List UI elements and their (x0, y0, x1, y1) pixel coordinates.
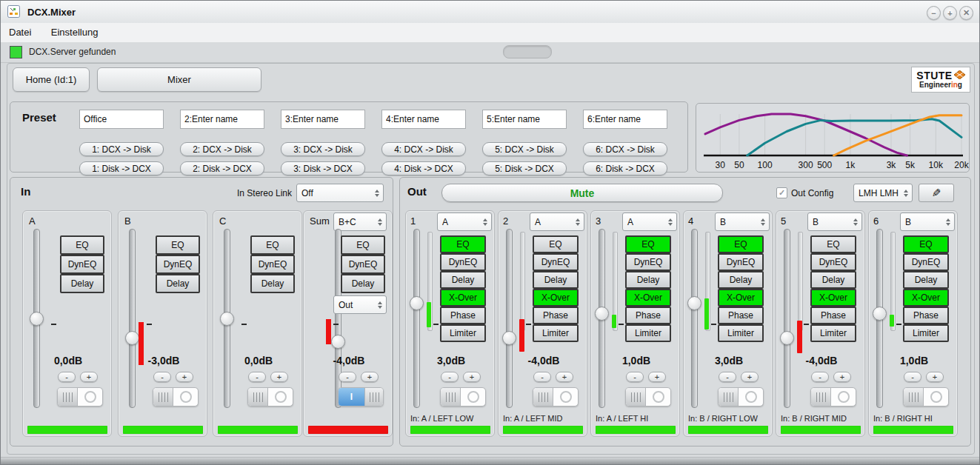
fx-delay-button[interactable]: Delay (156, 274, 200, 293)
fx-dyneq-button[interactable]: DynEQ (718, 253, 764, 271)
preset-dcx-to-disk-button[interactable]: 3: DCX -> Disk (281, 142, 365, 156)
preset-dcx-to-disk-button[interactable]: 5: DCX -> Disk (482, 142, 567, 156)
fx-xover-button[interactable]: X-Over (533, 289, 579, 307)
fx-eq-button[interactable]: EQ (156, 235, 200, 255)
gain-increment-button[interactable]: + (80, 372, 98, 382)
fx-limiter-button[interactable]: Limiter (440, 324, 486, 342)
gain-decrement-button[interactable]: - (339, 372, 356, 382)
preset-dcx-to-disk-button[interactable]: 1: DCX -> Disk (79, 142, 164, 156)
fx-eq-button[interactable]: EQ (718, 235, 764, 253)
preset-disk-to-dcx-button[interactable]: 6: Disk -> DCX (583, 161, 667, 175)
fx-limiter-button[interactable]: Limiter (903, 324, 949, 342)
gain-increment-button[interactable]: + (926, 372, 944, 382)
gain-increment-button[interactable]: + (270, 372, 288, 382)
mute-toggle[interactable] (533, 387, 579, 407)
master-mute-button[interactable]: Mute (441, 184, 723, 202)
edit-config-button[interactable]: ✎ (919, 184, 954, 202)
fx-delay-button[interactable]: Delay (718, 271, 764, 289)
gain-decrement-button[interactable]: - (153, 372, 171, 382)
gain-decrement-button[interactable]: - (719, 372, 736, 382)
gain-fader-thumb[interactable] (780, 331, 794, 345)
minimize-button[interactable]: − (927, 6, 941, 20)
close-button[interactable]: ✕ (959, 6, 973, 20)
preset-disk-to-dcx-button[interactable]: 4: Disk -> DCX (381, 161, 466, 175)
out-config-select[interactable]: LMH LMH (853, 184, 913, 202)
preset-disk-to-dcx-button[interactable]: 5: Disk -> DCX (482, 161, 567, 175)
preset-name-input[interactable] (381, 110, 466, 129)
fx-dyneq-button[interactable]: DynEQ (810, 253, 856, 271)
gain-fader-thumb[interactable] (873, 307, 887, 321)
fx-xover-button[interactable]: X-Over (625, 289, 671, 307)
fx-limiter-button[interactable]: Limiter (533, 324, 579, 342)
fx-phase-button[interactable]: Phase (718, 307, 764, 324)
fx-delay-button[interactable]: Delay (903, 271, 949, 289)
preset-disk-to-dcx-button[interactable]: 3: Disk -> DCX (281, 161, 365, 175)
sum-route-select[interactable]: Out (333, 295, 387, 314)
mute-toggle[interactable]: I (338, 387, 384, 407)
gain-fader-thumb[interactable] (220, 312, 234, 326)
menu-item-einstellung[interactable]: Einstellung (43, 23, 107, 41)
gain-fader-thumb[interactable] (595, 307, 609, 321)
output-input-select[interactable]: A (530, 213, 584, 231)
gain-increment-button[interactable]: + (361, 372, 379, 382)
fx-delay-button[interactable]: Delay (341, 274, 385, 293)
preset-dcx-to-disk-button[interactable]: 4: DCX -> Disk (381, 142, 466, 156)
mute-toggle[interactable] (247, 387, 293, 407)
gain-fader-track[interactable] (784, 229, 790, 408)
fx-eq-button[interactable]: EQ (440, 235, 486, 253)
preset-disk-to-dcx-button[interactable]: 1: Disk -> DCX (79, 161, 164, 175)
fx-limiter-button[interactable]: Limiter (625, 324, 671, 342)
fx-delay-button[interactable]: Delay (250, 274, 295, 293)
gain-fader-thumb[interactable] (502, 331, 516, 345)
fx-delay-button[interactable]: Delay (440, 271, 486, 289)
gain-increment-button[interactable]: + (556, 372, 573, 382)
gain-fader-thumb[interactable] (125, 331, 139, 345)
fx-phase-button[interactable]: Phase (810, 307, 856, 324)
gain-decrement-button[interactable]: - (533, 372, 551, 382)
fx-eq-button[interactable]: EQ (60, 235, 104, 255)
gain-fader-thumb[interactable] (410, 296, 424, 310)
fx-eq-button[interactable]: EQ (341, 235, 385, 255)
fx-dyneq-button[interactable]: DynEQ (533, 253, 579, 271)
gain-decrement-button[interactable]: - (248, 372, 266, 382)
mute-toggle[interactable] (810, 387, 856, 407)
gain-fader-thumb[interactable] (331, 335, 345, 349)
gain-fader-track[interactable] (506, 229, 513, 408)
fx-phase-button[interactable]: Phase (903, 307, 949, 324)
mute-toggle[interactable] (625, 387, 671, 407)
fx-eq-button[interactable]: EQ (533, 235, 579, 253)
gain-increment-button[interactable]: + (741, 372, 759, 382)
fx-xover-button[interactable]: X-Over (903, 289, 949, 307)
mute-toggle[interactable] (153, 387, 199, 407)
fx-delay-button[interactable]: Delay (810, 271, 856, 289)
fx-dyneq-button[interactable]: DynEQ (250, 255, 295, 274)
gain-fader-track[interactable] (413, 229, 420, 408)
gain-decrement-button[interactable]: - (904, 372, 921, 382)
fx-dyneq-button[interactable]: DynEQ (341, 255, 385, 274)
fx-delay-button[interactable]: Delay (625, 271, 671, 289)
output-input-select[interactable]: B (715, 213, 770, 231)
maximize-button[interactable]: + (943, 6, 957, 20)
gain-decrement-button[interactable]: - (811, 372, 829, 382)
output-input-select[interactable]: B (900, 213, 955, 231)
output-input-select[interactable]: A (437, 213, 492, 231)
fx-xover-button[interactable]: X-Over (440, 289, 486, 307)
fx-limiter-button[interactable]: Limiter (718, 324, 764, 342)
gain-fader-track[interactable] (129, 229, 136, 408)
fx-dyneq-button[interactable]: DynEQ (440, 253, 486, 271)
mute-toggle[interactable] (440, 387, 486, 407)
fx-phase-button[interactable]: Phase (440, 307, 486, 324)
preset-name-input[interactable] (583, 110, 667, 129)
fx-delay-button[interactable]: Delay (60, 274, 104, 293)
fx-xover-button[interactable]: X-Over (718, 289, 764, 307)
fx-xover-button[interactable]: X-Over (810, 289, 856, 307)
fx-dyneq-button[interactable]: DynEQ (625, 253, 671, 271)
menu-item-datei[interactable]: Datei (1, 23, 39, 41)
stereo-link-select[interactable]: Off (296, 184, 384, 202)
out-config-checkbox[interactable]: ✓ (776, 187, 787, 198)
gain-increment-button[interactable]: + (833, 372, 851, 382)
gain-fader-thumb[interactable] (30, 312, 44, 326)
preset-dcx-to-disk-button[interactable]: 6: DCX -> Disk (583, 142, 667, 156)
preset-disk-to-dcx-button[interactable]: 2: Disk -> DCX (180, 161, 264, 175)
fx-limiter-button[interactable]: Limiter (810, 324, 856, 342)
